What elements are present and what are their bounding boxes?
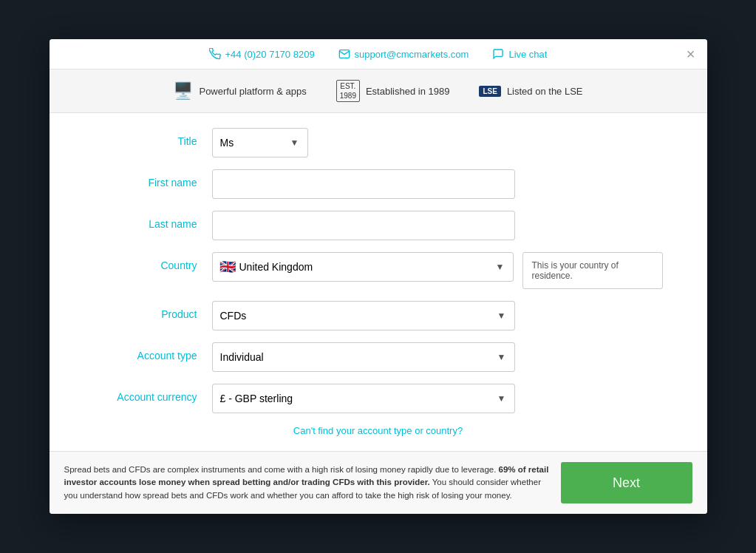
platform-icon: 🖥️ (173, 81, 193, 101)
feature-lse-text: Listed on the LSE (507, 86, 583, 97)
title-select-wrapper: Ms Mr Mrs Dr Prof ▼ (212, 128, 308, 157)
feature-established: EST.1989 Established in 1989 (336, 80, 450, 102)
email-link[interactable]: support@cmcmarkets.com (338, 48, 469, 60)
account-type-field: Individual Corporate ▼ (212, 342, 515, 372)
livechat-link[interactable]: Live chat (492, 48, 547, 60)
lastname-field (212, 211, 515, 240)
country-field: 🇬🇧 United Kingdom United States Germany … (212, 252, 514, 282)
title-label: Title (94, 128, 212, 147)
livechat-label: Live chat (508, 49, 547, 60)
cant-find-link[interactable]: Can't find your account type or country? (293, 425, 463, 436)
features-bar: 🖥️ Powerful platform & apps EST.1989 Est… (50, 69, 707, 113)
registration-modal: +44 (0)20 7170 8209 support@cmcmarkets.c… (50, 39, 707, 514)
disclaimer-text: Spread bets and CFDs are complex instrum… (64, 464, 549, 502)
modal-footer: Spread bets and CFDs are complex instrum… (50, 451, 707, 514)
chat-icon (492, 48, 504, 60)
country-select[interactable]: United Kingdom United States Germany Fra… (212, 252, 514, 282)
phone-link[interactable]: +44 (0)20 7170 8209 (209, 48, 315, 60)
title-row: Title Ms Mr Mrs Dr Prof ▼ (94, 128, 663, 157)
next-button[interactable]: Next (561, 462, 692, 503)
account-currency-select-wrapper: £ - GBP sterling EUR - Euro USD - US Dol… (212, 384, 515, 413)
title-field: Ms Mr Mrs Dr Prof ▼ (212, 128, 308, 157)
product-field: CFDs Spread Betting ▼ (212, 301, 515, 330)
product-select-wrapper: CFDs Spread Betting ▼ (212, 301, 515, 330)
disclaimer-text1: Spread bets and CFDs are complex instrum… (64, 465, 499, 474)
lastname-input[interactable] (212, 211, 515, 240)
product-row: Product CFDs Spread Betting ▼ (94, 301, 663, 330)
email-icon (338, 48, 350, 60)
account-type-row: Account type Individual Corporate ▼ (94, 342, 663, 372)
lse-badge: LSE (479, 86, 500, 97)
firstname-row: First name (94, 169, 663, 199)
modal-overlay: +44 (0)20 7170 8209 support@cmcmarkets.c… (0, 0, 756, 553)
account-currency-field: £ - GBP sterling EUR - Euro USD - US Dol… (212, 384, 515, 413)
close-button[interactable]: × (687, 47, 695, 61)
country-row: Country 🇬🇧 United Kingdom United States … (94, 252, 663, 289)
firstname-field (212, 169, 515, 199)
phone-icon (209, 48, 221, 60)
firstname-input[interactable] (212, 169, 515, 199)
account-type-label: Account type (94, 342, 212, 362)
product-label: Product (94, 301, 212, 320)
product-select[interactable]: CFDs Spread Betting (212, 301, 515, 330)
feature-platform: 🖥️ Powerful platform & apps (173, 81, 306, 101)
account-currency-label: Account currency (94, 384, 212, 403)
email-address: support@cmcmarkets.com (355, 49, 469, 60)
cant-find-section: Can't find your account type or country? (94, 425, 663, 436)
feature-established-text: Established in 1989 (366, 86, 449, 97)
lastname-label: Last name (94, 211, 212, 230)
account-type-select[interactable]: Individual Corporate (212, 342, 515, 372)
modal-form-body: Title Ms Mr Mrs Dr Prof ▼ (50, 113, 707, 451)
country-select-wrapper: 🇬🇧 United Kingdom United States Germany … (212, 252, 514, 282)
firstname-label: First name (94, 169, 212, 189)
title-select[interactable]: Ms Mr Mrs Dr Prof (212, 128, 308, 157)
country-tooltip: This is your country of residence. (522, 252, 663, 289)
phone-number: +44 (0)20 7170 8209 (225, 49, 315, 60)
feature-lse: LSE Listed on the LSE (479, 86, 582, 97)
lastname-row: Last name (94, 211, 663, 240)
account-currency-row: Account currency £ - GBP sterling EUR - … (94, 384, 663, 413)
account-type-select-wrapper: Individual Corporate ▼ (212, 342, 515, 372)
feature-platform-text: Powerful platform & apps (199, 86, 306, 97)
account-currency-select[interactable]: £ - GBP sterling EUR - Euro USD - US Dol… (212, 384, 515, 413)
modal-topbar: +44 (0)20 7170 8209 support@cmcmarkets.c… (50, 39, 707, 69)
est-badge: EST.1989 (336, 80, 360, 102)
country-label: Country (94, 252, 212, 271)
